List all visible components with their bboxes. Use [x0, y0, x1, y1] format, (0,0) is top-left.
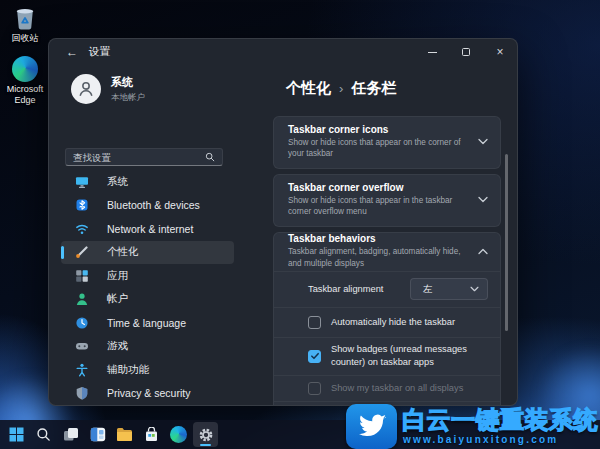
chevron-down-icon	[478, 196, 488, 203]
sidebar-item-apps[interactable]: 应用	[61, 264, 234, 288]
autohide-label: Automatically hide the taskbar	[331, 316, 455, 329]
card-taskbar-corner-overflow-header[interactable]: Taskbar corner overflow Show or hide ico…	[274, 175, 500, 226]
personalization-icon	[75, 245, 89, 259]
breadcrumb-separator-icon: ›	[339, 81, 343, 96]
os-taskbar	[0, 420, 600, 449]
profile-name: 系统	[111, 75, 145, 90]
taskbar-alignment-dropdown[interactable]: 左	[410, 278, 488, 300]
card-taskbar-corner-icons: Taskbar corner icons Show or hide icons …	[273, 116, 501, 169]
task-view-button[interactable]	[58, 422, 83, 447]
check-icon	[310, 351, 320, 361]
dropdown-value: 左	[423, 283, 470, 296]
autohide-checkbox[interactable]	[308, 316, 321, 329]
store-button[interactable]	[139, 422, 164, 447]
gaming-icon	[75, 339, 89, 353]
maximize-button[interactable]	[449, 39, 483, 65]
desktop-icon-recycle-bin[interactable]: 回收站	[2, 4, 48, 44]
settings-search-box[interactable]	[65, 148, 223, 166]
search-icon	[36, 427, 51, 442]
breadcrumb: 个性化 › 任务栏	[286, 79, 396, 98]
window-title: 设置	[89, 45, 110, 59]
edge-icon	[2, 56, 48, 82]
sidebar-item-label: 帐户	[107, 292, 128, 306]
card-title: Taskbar corner icons	[288, 124, 472, 135]
all-displays-checkbox[interactable]	[308, 382, 321, 395]
profile[interactable]: 系统 本地帐户	[71, 74, 145, 104]
chevron-down-icon	[470, 286, 479, 292]
settings-window: ← 设置 × 系统 本地帐户	[48, 38, 518, 406]
start-button[interactable]	[4, 422, 29, 447]
maximize-icon	[462, 48, 470, 56]
sidebar-item-time-language[interactable]: Time & language	[61, 311, 234, 335]
card-title: Taskbar corner overflow	[288, 182, 472, 193]
breadcrumb-current: 任务栏	[351, 79, 396, 98]
recycle-bin-icon	[2, 4, 48, 31]
sidebar-item-label: 游戏	[107, 339, 128, 353]
widgets-icon	[90, 427, 106, 442]
all-displays-label: Show my taskbar on all displays	[331, 382, 463, 395]
card-taskbar-behaviors-header[interactable]: Taskbar behaviors Taskbar alignment, bad…	[274, 233, 500, 271]
search-input[interactable]	[73, 152, 205, 163]
file-explorer-button[interactable]	[112, 422, 137, 447]
sidebar-item-accessibility[interactable]: 辅助功能	[61, 358, 234, 382]
sidebar-item-label: Privacy & security	[107, 387, 190, 399]
card-description: Taskbar alignment, badging, automaticall…	[288, 246, 472, 269]
row-autohide-taskbar: Automatically hide the taskbar	[274, 307, 500, 337]
taskbar-alignment-label: Taskbar alignment	[308, 283, 410, 296]
desktop-icon-edge[interactable]: Microsoft Edge	[2, 56, 48, 107]
vertical-scrollbar[interactable]	[505, 154, 508, 331]
card-taskbar-corner-icons-header[interactable]: Taskbar corner icons Show or hide icons …	[274, 117, 500, 168]
store-icon	[144, 427, 159, 442]
show-badges-label: Show badges (unread messages counter) on…	[331, 343, 488, 369]
show-badges-checkbox[interactable]	[308, 350, 321, 363]
profile-account-type: 本地帐户	[111, 92, 145, 104]
edge-button[interactable]	[166, 422, 191, 447]
bluetooth-icon	[75, 198, 89, 212]
sidebar-nav: 系统 Bluetooth & devices Network & interne…	[49, 170, 264, 406]
accessibility-icon	[75, 363, 89, 377]
avatar	[71, 74, 101, 104]
sidebar-item-personalization[interactable]: 个性化	[61, 241, 234, 265]
minimize-button[interactable]	[415, 39, 449, 65]
edge-icon	[170, 426, 187, 443]
sidebar-item-bluetooth-devices[interactable]: Bluetooth & devices	[61, 194, 234, 218]
sidebar-item-accounts[interactable]: 帐户	[61, 288, 234, 312]
sidebar-item-label: Time & language	[107, 317, 186, 329]
sidebar-item-network-internet[interactable]: Network & internet	[61, 217, 234, 241]
sidebar-item-privacy-security[interactable]: Privacy & security	[61, 382, 234, 406]
row-show-badges: Show badges (unread messages counter) on…	[274, 337, 500, 375]
sidebar-item-system[interactable]: 系统	[61, 170, 234, 194]
row-taskbar-all-displays: Show my taskbar on all displays	[274, 375, 500, 401]
settings-button[interactable]	[193, 422, 218, 447]
close-button[interactable]: ×	[483, 39, 517, 65]
search-icon	[205, 152, 215, 162]
settings-main-pane: 个性化 › 任务栏 Taskbar corner icons Show or h…	[271, 65, 517, 405]
taskbar-search-button[interactable]	[31, 422, 56, 447]
privacy-shield-icon	[75, 386, 89, 400]
time-language-icon	[75, 316, 89, 330]
card-description: Show or hide icons that appear on the co…	[288, 137, 472, 160]
card-title: Taskbar behaviors	[288, 233, 472, 244]
card-taskbar-behaviors: Taskbar behaviors Taskbar alignment, bad…	[273, 232, 501, 406]
desktop-icon-label: 回收站	[2, 33, 48, 44]
sidebar-item-gaming[interactable]: 游戏	[61, 335, 234, 359]
row-taskbar-alignment: Taskbar alignment 左	[274, 271, 500, 307]
system-icon	[75, 175, 89, 189]
settings-gear-icon	[198, 427, 214, 443]
sidebar-item-label: 辅助功能	[107, 363, 149, 377]
breadcrumb-parent[interactable]: 个性化	[286, 79, 331, 98]
sidebar-item-windows-update[interactable]: Windows Update	[61, 405, 234, 406]
close-icon: ×	[496, 46, 503, 58]
titlebar: ← 设置 ×	[49, 39, 517, 65]
task-view-icon	[63, 427, 79, 442]
sidebar-item-label: Network & internet	[107, 223, 193, 235]
sidebar: 系统 本地帐户 系统 Bluetooth & devi	[49, 65, 264, 405]
network-icon	[75, 222, 89, 236]
card-description: Show or hide icons that appear in the ta…	[288, 195, 472, 218]
widgets-button[interactable]	[85, 422, 110, 447]
start-icon	[9, 427, 24, 442]
chevron-up-icon	[478, 248, 488, 255]
file-explorer-icon	[116, 427, 133, 442]
chevron-down-icon	[478, 138, 488, 145]
back-button[interactable]: ←	[61, 45, 83, 59]
